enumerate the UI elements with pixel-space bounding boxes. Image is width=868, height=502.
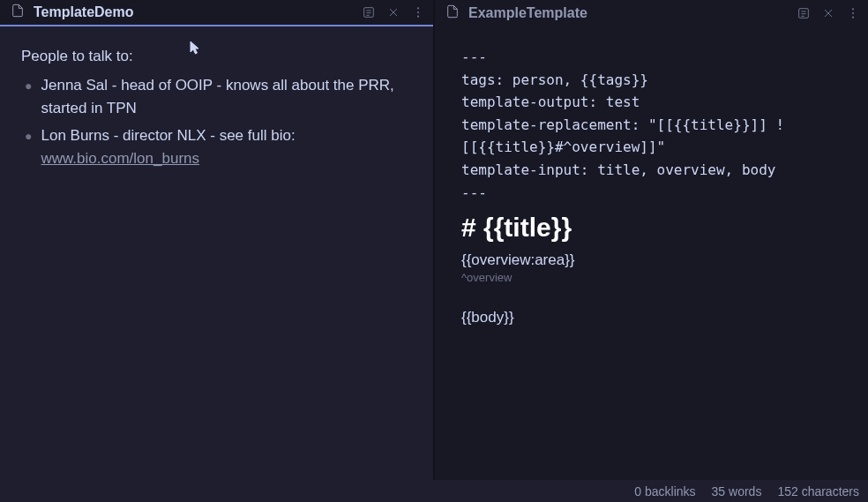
tab-title-right[interactable]: ExampleTemplate — [468, 5, 787, 21]
file-icon — [11, 4, 25, 21]
svg-point-6 — [417, 7, 419, 9]
svg-point-8 — [417, 16, 419, 18]
block-reference: ^overview — [461, 271, 842, 284]
external-link[interactable]: www.bio.com/lon_burns — [41, 150, 199, 167]
overview-placeholder: {{overview:area}} — [461, 251, 842, 269]
status-chars: 152 characters — [777, 484, 859, 498]
body-placeholder: {{body}} — [461, 309, 842, 326]
tab-title-left[interactable]: TemplateDemo — [34, 4, 352, 20]
list-item-text: Jenna Sal - head of OOIP - knows all abo… — [41, 74, 412, 121]
reading-mode-icon[interactable] — [361, 4, 377, 20]
more-icon[interactable] — [845, 5, 861, 21]
bullet-icon: ● — [25, 74, 32, 98]
more-icon[interactable] — [410, 4, 426, 20]
pane-left: TemplateDemo People to talk to: ● Jenna … — [0, 0, 435, 480]
pane-right: ExampleTemplate --- tags: person, {{tags… — [435, 0, 868, 480]
status-words: 35 words — [712, 484, 762, 498]
list-item: ● Lon Burns - director NLX - see full bi… — [21, 124, 412, 171]
list-item-prefix: Lon Burns - director NLX - see full bio: — [41, 127, 295, 144]
svg-point-17 — [852, 17, 854, 19]
frontmatter-block: --- tags: person, {{tags}} template-outp… — [461, 46, 842, 204]
tab-bar-right: ExampleTemplate — [435, 0, 868, 26]
status-bar: 0 backlinks 35 words 152 characters — [0, 480, 868, 502]
editor-left[interactable]: People to talk to: ● Jenna Sal - head of… — [0, 26, 433, 480]
close-icon[interactable] — [820, 5, 836, 21]
status-backlinks[interactable]: 0 backlinks — [634, 484, 695, 498]
bullet-icon: ● — [25, 124, 32, 148]
svg-point-16 — [852, 12, 854, 14]
reading-mode-icon[interactable] — [796, 5, 812, 21]
list-item-text: Lon Burns - director NLX - see full bio:… — [41, 124, 412, 171]
svg-point-15 — [852, 8, 854, 10]
tab-bar-left: TemplateDemo — [0, 0, 433, 26]
file-icon — [445, 4, 460, 22]
editor-right[interactable]: --- tags: person, {{tags}} template-outp… — [435, 26, 868, 480]
heading-text: People to talk to: — [21, 48, 412, 65]
list-item: ● Jenna Sal - head of OOIP - knows all a… — [21, 74, 412, 121]
heading-1: # {{title}} — [461, 213, 842, 243]
svg-point-7 — [417, 11, 419, 13]
close-icon[interactable] — [385, 4, 401, 20]
